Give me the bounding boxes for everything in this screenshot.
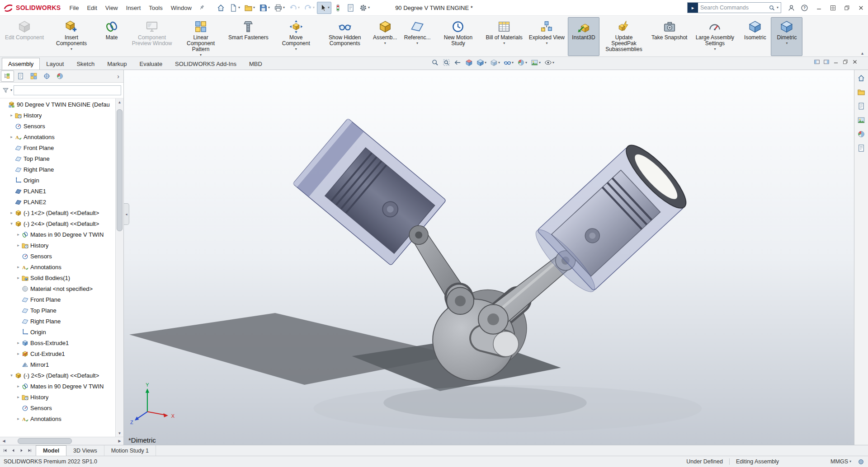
view-orientation-button[interactable]: ▾ (475, 58, 488, 67)
tree-expand-arrow[interactable]: ▸ (15, 232, 21, 237)
tab-assembly[interactable]: Assembly (2, 58, 40, 70)
options-button[interactable]: ▾ (357, 2, 372, 14)
exploded-view-button[interactable]: Exploded View▾ (526, 17, 568, 56)
view-settings-button[interactable]: ▾ (543, 58, 556, 67)
view-palette-button[interactable] (855, 114, 867, 126)
propertymanager-tab[interactable] (14, 70, 27, 82)
update-speedpak-subassemblies-button[interactable]: Update SpeedPak Subassemblies (599, 17, 648, 56)
design-library-button[interactable] (855, 86, 867, 98)
menu-window[interactable]: Window (167, 2, 196, 14)
insert-components-button[interactable]: Insert Components▾ (47, 17, 96, 56)
take-snapshot-button[interactable]: Take Snapshot (648, 17, 690, 56)
scroll-right-arrow[interactable]: ▶ (116, 439, 123, 443)
tree-item[interactable]: Sensors (0, 251, 115, 262)
scroll-thumb[interactable] (18, 438, 72, 444)
tree-item[interactable]: ▸Annotations (0, 413, 115, 424)
menu-edit[interactable]: Edit (83, 2, 101, 14)
tree-expand-arrow[interactable]: ▸ (15, 243, 21, 248)
redo-button[interactable]: ▾ (302, 2, 316, 14)
tree-item[interactable]: ▸Cut-Extrude1 (0, 348, 115, 359)
tree-horizontal-scrollbar[interactable]: ◀ ▶ (0, 437, 123, 445)
tree-expand-arrow[interactable]: ▸ (15, 341, 21, 345)
search-commands-box[interactable]: ▸ ▾ (687, 2, 781, 13)
tree-expand-arrow[interactable]: ▸ (15, 265, 21, 269)
home-button[interactable] (215, 2, 227, 14)
tree-item[interactable]: ▸Solid Bodies(1) (0, 272, 115, 283)
apply-scene-button[interactable]: ▾ (529, 58, 542, 67)
filter-funnel-icon[interactable] (2, 87, 9, 94)
instant3d-button[interactable]: Instant3D (568, 17, 599, 56)
minimize-frame-button[interactable] (833, 59, 839, 65)
tree-item[interactable]: ▸History (0, 110, 115, 121)
units-selector[interactable]: MMGS ▾ (830, 458, 851, 465)
assembly-features-button[interactable]: Assemb...▾ (369, 17, 401, 56)
select-button[interactable]: ▾ (317, 2, 331, 14)
nav-prev-button[interactable] (9, 447, 17, 454)
show-hidden-components-button[interactable]: Show Hidden Components (321, 17, 369, 56)
new-document-button[interactable]: ▾ (227, 2, 242, 14)
tree-item[interactable]: Right Plane (0, 316, 115, 327)
tree-item[interactable]: 90 Degree V TWIN ENGINE (Defau (0, 99, 115, 110)
tab-model[interactable]: Model (36, 445, 66, 456)
file-explorer-button[interactable] (855, 100, 867, 112)
rebuild-button[interactable] (332, 2, 344, 14)
home-button[interactable] (855, 72, 867, 84)
tree-item[interactable]: ▸Annotations (0, 131, 115, 142)
tree-expand-arrow[interactable]: ▸ (15, 416, 21, 421)
print-button[interactable]: ▾ (272, 2, 287, 14)
move-component-button[interactable]: Move Component▾ (272, 17, 321, 56)
restore-frame-button[interactable] (842, 59, 849, 65)
tree-vertical-scrollbar[interactable]: ▲ ▼ (115, 98, 123, 437)
configurationmanager-tab[interactable] (27, 70, 40, 82)
close-button[interactable] (854, 0, 868, 15)
tree-item[interactable]: Origin (0, 327, 115, 337)
tree-expand-arrow[interactable]: ▸ (15, 384, 21, 388)
tree-expand-arrow[interactable]: ▸ (15, 351, 21, 356)
search-dropdown-caret[interactable]: ▾ (777, 6, 778, 9)
bill-of-materials-button[interactable]: Bill of Materials▾ (482, 17, 525, 56)
featuremanager-filter-input[interactable] (14, 85, 121, 95)
tree-item[interactable]: ▾(-) 2<5> (Default) <<Default> (0, 370, 115, 381)
scroll-down-arrow[interactable]: ▼ (116, 430, 123, 437)
collapse-panel-handle[interactable]: ◂ (124, 203, 129, 225)
zoom-to-area-button[interactable] (441, 58, 452, 67)
tree-expand-arrow[interactable]: ▸ (15, 395, 21, 399)
displaymanager-tab[interactable] (53, 70, 66, 82)
smart-fasteners-button[interactable]: Smart Fasteners (225, 17, 272, 56)
tab-motion-study-1[interactable]: Motion Study 1 (104, 445, 156, 456)
search-icon[interactable] (769, 5, 775, 11)
isometric-button[interactable]: Isometric (739, 17, 771, 56)
tree-item[interactable]: ▸(-) 1<2> (Default) <<Default> (0, 207, 115, 218)
edit-component-button[interactable]: Edit Component (2, 17, 47, 56)
menu-view[interactable]: View (101, 2, 122, 14)
tree-item[interactable]: Sensors (0, 121, 115, 131)
collapse-ribbon-button[interactable]: ▴ (861, 51, 863, 56)
filter-caret[interactable]: ▾ (10, 89, 12, 92)
appearances-button[interactable] (855, 128, 867, 140)
tree-item[interactable]: Material <not specified> (0, 283, 115, 294)
tree-expand-arrow[interactable]: ▾ (9, 373, 14, 378)
window-layout-button[interactable] (826, 0, 840, 15)
new-motion-study-button[interactable]: New Motion Study (434, 17, 482, 56)
user-account-icon[interactable] (788, 4, 795, 12)
scroll-up-arrow[interactable]: ▲ (116, 98, 123, 106)
linear-component-pattern-button[interactable]: Linear Component Pattern▾ (176, 17, 225, 56)
close-document-button[interactable] (852, 59, 858, 65)
tree-item[interactable]: Top Plane (0, 305, 115, 316)
tree-item[interactable]: Sensors (0, 402, 115, 413)
tree-item[interactable]: Front Plane (0, 142, 115, 153)
tree-item[interactable]: ▸Annotations (0, 262, 115, 272)
section-view-button[interactable] (464, 58, 474, 67)
tab-mbd[interactable]: MBD (243, 58, 269, 70)
menu-insert[interactable]: Insert (122, 2, 145, 14)
tab-markup[interactable]: Markup (101, 58, 133, 70)
tree-item[interactable]: Origin (0, 175, 115, 186)
mate-button[interactable]: Mate (96, 17, 127, 56)
expand-panel-button[interactable] (814, 59, 820, 65)
tree-item[interactable]: Right Plane (0, 164, 115, 175)
tree-item[interactable]: ▸History (0, 240, 115, 251)
tree-item[interactable]: ▸Boss-Extrude1 (0, 337, 115, 348)
display-style-button[interactable]: ▾ (489, 58, 501, 67)
graphics-viewport[interactable]: Y X Z *Dimetric ◂ (124, 70, 854, 445)
undo-button[interactable]: ▾ (287, 2, 302, 14)
